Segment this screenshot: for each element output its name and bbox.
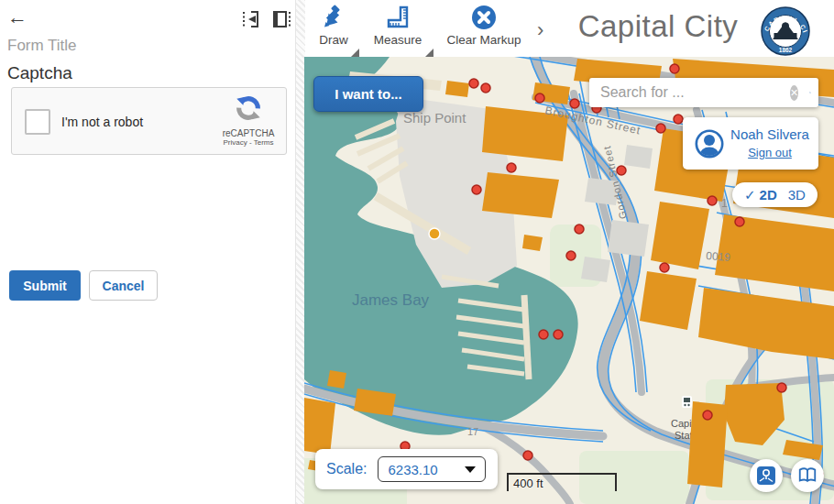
back-arrow-icon[interactable]: ←	[7, 5, 27, 29]
clear-circle-x-icon	[441, 3, 527, 32]
form-panel: ← Form Title Captcha I'm not a robot reC…	[0, 0, 295, 504]
search-icon[interactable]	[809, 83, 811, 102]
buoy-marker	[429, 228, 440, 239]
flyout-indicator-icon	[351, 49, 359, 57]
search-input[interactable]	[600, 84, 790, 101]
basemap-button[interactable]	[750, 459, 783, 492]
cancel-button[interactable]: Cancel	[89, 270, 158, 301]
view-mode-toggle[interactable]: ✓ 2D 3D	[732, 182, 818, 207]
map-label-0019: 0019	[706, 249, 731, 264]
open-book-icon	[797, 466, 818, 486]
scale-bar: 400 ft	[507, 473, 617, 491]
map-label-17: 17	[467, 426, 478, 437]
capital-city-logo: CAPITAL CITY 1862	[761, 6, 810, 56]
map-toolbar: Draw Measure	[305, 0, 834, 57]
dock-panel-left-icon[interactable]	[240, 9, 260, 29]
map-canvas[interactable]: Ship Point James Bay Broughton Street Go…	[304, 57, 834, 504]
form-title: Form Title	[7, 37, 77, 55]
scale-dropdown[interactable]: 6233.10	[378, 456, 486, 482]
scale-bar-text: 400 ft	[509, 477, 543, 490]
user-card: Noah Silvera Sign out	[683, 117, 818, 170]
captcha-heading: Captcha	[7, 63, 72, 83]
clear-markup-tool-button[interactable]: Clear Markup	[441, 3, 527, 54]
recaptcha-widget: I'm not a robot reCAPTCHA Privacy - Term…	[11, 87, 287, 155]
recaptcha-brand-text: reCAPTCHA	[220, 128, 277, 138]
bookmarks-button[interactable]	[791, 459, 824, 492]
pencil-icon	[312, 3, 356, 32]
draw-tool-button[interactable]: Draw	[312, 3, 356, 54]
scale-label: Scale:	[326, 461, 367, 477]
view-3d-option[interactable]: 3D	[788, 187, 806, 203]
chevron-down-icon	[465, 466, 476, 473]
draw-tool-label: Draw	[312, 33, 356, 47]
map-label-1: 1	[721, 197, 728, 210]
recaptcha-privacy-terms[interactable]: Privacy - Terms	[220, 138, 277, 147]
search-bar: ✕	[589, 78, 818, 107]
map-label-james-bay: James Bay	[352, 291, 430, 309]
check-icon: ✓	[744, 187, 756, 203]
app-title: Capital City	[562, 9, 754, 44]
submit-button[interactable]: Submit	[9, 270, 81, 301]
recaptcha-checkbox[interactable]	[25, 109, 50, 135]
view-2d-option[interactable]: 2D	[760, 187, 777, 203]
flyout-indicator-icon	[425, 49, 433, 57]
expand-panel-right-icon[interactable]	[271, 9, 291, 29]
scale-value: 6233.10	[388, 462, 465, 477]
search-clear-icon[interactable]: ✕	[790, 85, 798, 101]
measure-tool-button[interactable]: Measure	[366, 3, 430, 54]
sign-out-link[interactable]: Sign out	[748, 146, 792, 159]
ruler-icon	[366, 3, 430, 32]
measure-tool-label: Measure	[366, 33, 430, 47]
i-want-to-button[interactable]: I want to...	[313, 76, 423, 112]
recaptcha-brand: reCAPTCHA Privacy - Terms	[220, 93, 277, 147]
recaptcha-label: I'm not a robot	[61, 115, 143, 129]
user-name: Noah Silvera	[729, 126, 811, 142]
recaptcha-logo-icon	[234, 93, 263, 123]
map-label-ship-point: Ship Point	[403, 110, 466, 126]
scale-widget: Scale: 6233.10	[315, 449, 498, 489]
toolbar-overflow-chevron[interactable]: ›	[537, 18, 543, 42]
user-avatar-icon	[690, 125, 729, 163]
logo-year: 1862	[779, 47, 793, 53]
clear-markup-tool-label: Clear Markup	[441, 33, 527, 47]
basemap-pin-icon	[756, 466, 776, 486]
